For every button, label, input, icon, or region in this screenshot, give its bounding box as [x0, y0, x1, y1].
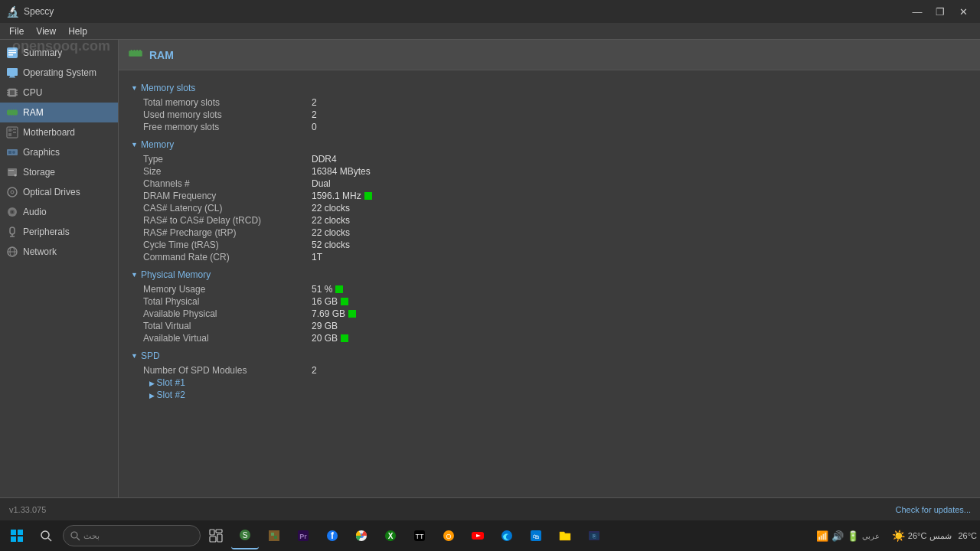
row-total-slots: Total memory slots 2	[131, 96, 968, 109]
svg-rect-27	[13, 132, 16, 133]
svg-point-58	[71, 532, 77, 538]
taskbar-app-explorer[interactable]: ⎘	[580, 522, 608, 549]
sidebar-item-audio[interactable]: Audio	[0, 202, 118, 222]
svg-rect-54	[11, 536, 16, 542]
app-icon: 🔬	[6, 5, 19, 18]
svg-rect-23	[15, 115, 17, 116]
sidebar-item-peripherals[interactable]: Peripherals	[0, 222, 118, 242]
cpu-icon	[6, 86, 18, 99]
ram-icon	[6, 106, 18, 119]
svg-rect-17	[11, 109, 12, 111]
sidebar-item-cpu[interactable]: CPU	[0, 83, 118, 103]
svg-line-59	[77, 538, 80, 541]
row-spd-modules: Number Of SPD Modules 2	[131, 364, 968, 377]
svg-line-57	[48, 538, 51, 541]
indicator-avail-virt	[341, 334, 348, 342]
sidebar-item-optical[interactable]: Optical Drives	[0, 182, 118, 202]
spd-slot-1[interactable]: Slot #1	[131, 377, 968, 389]
svg-rect-49	[134, 50, 136, 51]
sidebar-item-summary[interactable]: Summary	[0, 43, 118, 63]
svg-rect-5	[10, 76, 15, 77]
svg-rect-63	[217, 534, 222, 542]
menubar: File View Help	[0, 23, 980, 40]
svg-rect-6	[9, 77, 15, 78]
search-button[interactable]	[32, 522, 60, 549]
menu-file[interactable]: File	[3, 24, 30, 38]
row-cr: Command Rate (CR) 1T	[131, 251, 968, 263]
content-header: RAM	[119, 40, 980, 70]
sidebar: Summary Operating System CPU RAM Motherb…	[0, 40, 119, 497]
svg-rect-8	[10, 90, 15, 95]
content-header-icon	[128, 46, 143, 64]
section-memory-slots: Memory slots	[131, 83, 968, 93]
row-dram-freq: DRAM Frequency 1596.1 MHz	[131, 190, 968, 202]
titlebar-controls: — ❐ ✕	[906, 3, 974, 20]
svg-point-40	[11, 211, 13, 213]
taskbar-app-files[interactable]	[551, 522, 579, 549]
sidebar-label-network: Network	[23, 246, 57, 257]
indicator-usage	[335, 285, 343, 293]
start-button[interactable]	[3, 522, 31, 549]
weather-temp: 26°C	[908, 531, 927, 540]
taskbar-app-edge[interactable]	[493, 522, 521, 549]
sidebar-item-ram[interactable]: RAM	[0, 103, 118, 122]
sidebar-label-summary: Summary	[23, 47, 62, 58]
taskbar: بحث S Pr f X TT O 🛍	[0, 520, 980, 551]
menu-help[interactable]: Help	[62, 24, 93, 38]
sidebar-item-network[interactable]: Network	[0, 242, 118, 262]
svg-rect-26	[13, 129, 16, 130]
restore-button[interactable]: ❐	[929, 3, 951, 20]
weather-widget: ☀️ 26°C شمس	[887, 530, 957, 542]
motherboard-icon	[6, 126, 18, 139]
row-total-virt: Total Virtual 29 GB	[131, 320, 968, 332]
taskbar-app-speccy[interactable]: S	[231, 522, 259, 549]
titlebar-title: Speccy	[24, 6, 54, 17]
menu-view[interactable]: View	[30, 24, 62, 38]
taskbar-app-opensooq[interactable]: O	[435, 522, 462, 549]
svg-text:TT: TT	[416, 533, 424, 540]
taskbar-app-tiktok[interactable]: TT	[406, 522, 433, 549]
close-button[interactable]: ✕	[952, 3, 974, 20]
sidebar-item-motherboard[interactable]: Motherboard	[0, 122, 118, 142]
svg-rect-68	[274, 536, 277, 539]
tray-wifi: 📶	[816, 530, 828, 542]
peripherals-icon	[6, 226, 18, 238]
sidebar-label-storage: Storage	[23, 167, 55, 178]
row-used-slots: Used memory slots 2	[131, 109, 968, 121]
svg-point-37	[11, 191, 14, 194]
svg-point-32	[12, 151, 15, 154]
svg-rect-2	[8, 52, 16, 54]
svg-rect-35	[8, 170, 14, 171]
svg-rect-15	[7, 110, 18, 115]
minimize-button[interactable]: —	[906, 3, 928, 20]
info-content: Memory slots Total memory slots 2 Used m…	[119, 70, 980, 407]
section-spd: SPD	[131, 350, 968, 361]
taskbar-search-bar[interactable]: بحث	[63, 525, 201, 546]
svg-point-56	[41, 531, 49, 539]
svg-rect-31	[8, 151, 11, 154]
taskbar-app-facebook[interactable]: f	[318, 522, 346, 549]
taskbar-app-store[interactable]: 🛍	[522, 522, 550, 549]
sidebar-label-os: Operating System	[23, 67, 96, 78]
storage-icon	[6, 166, 18, 178]
system-tray: 📶 🔊 🔋 عربي	[810, 530, 886, 542]
titlebar-left: 🔬 Speccy	[6, 5, 54, 18]
taskbar-app-minecraft[interactable]	[260, 522, 288, 549]
taskbar-app-chrome[interactable]	[348, 522, 375, 549]
svg-text:X: X	[388, 532, 394, 540]
taskbar-app-xbox[interactable]: X	[377, 522, 404, 549]
svg-point-34	[15, 174, 17, 177]
sidebar-item-os[interactable]: Operating System	[0, 63, 118, 83]
svg-rect-28	[8, 133, 11, 136]
sidebar-item-graphics[interactable]: Graphics	[0, 142, 118, 162]
taskbar-app-pr[interactable]: Pr	[289, 522, 317, 549]
time-display: 26°C	[958, 531, 977, 540]
weather-desc: شمس	[929, 531, 952, 541]
row-tras: Cycle Time (tRAS) 52 clocks	[131, 239, 968, 251]
sidebar-item-storage[interactable]: Storage	[0, 162, 118, 182]
taskview-button[interactable]	[202, 522, 230, 549]
tray-battery: 🔋	[847, 530, 859, 542]
update-link[interactable]: Check for updates...	[896, 505, 971, 514]
spd-slot-2[interactable]: Slot #2	[131, 389, 968, 401]
taskbar-app-youtube[interactable]	[464, 522, 492, 549]
